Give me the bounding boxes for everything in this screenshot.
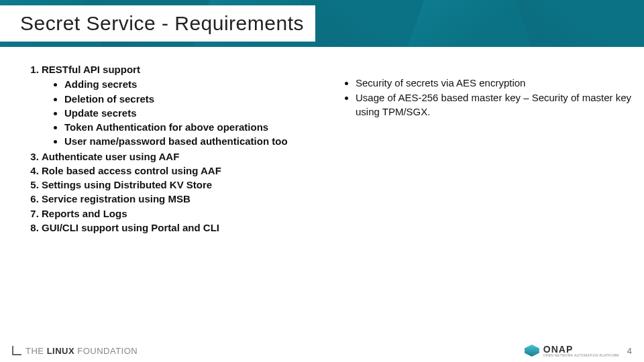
lf-the: THE <box>25 346 44 356</box>
onap-name: ONAP <box>543 345 619 354</box>
sub-list-item: Deletion of secrets <box>64 93 335 106</box>
linux-foundation-logo: THE LINUX FOUNDATION <box>12 346 138 356</box>
footer-right: ONAP OPEN NETWORK AUTOMATION PLATFORM 4 <box>525 345 632 357</box>
linux-foundation-text: THE LINUX FOUNDATION <box>25 346 138 356</box>
list-item: Role based access control using AAF <box>42 164 335 178</box>
slide-content: RESTful API support Adding secrets Delet… <box>0 47 644 235</box>
lf-suffix: FOUNDATION <box>77 346 138 356</box>
bullet-item: Security of secrets via AES encryption <box>356 76 632 90</box>
list-label: RESTful API support <box>42 64 140 75</box>
slide-title: Secret Service - Requirements <box>20 12 304 35</box>
list-item: Service registration using MSB <box>42 192 335 206</box>
sub-list-item: Update secrets <box>64 107 335 120</box>
list-item: Settings using Distributed KV Store <box>42 178 335 192</box>
slide-header: Secret Service - Requirements <box>0 0 644 47</box>
bullet-item: Usage of AES-256 based master key – Secu… <box>356 91 632 119</box>
header-pattern <box>515 0 644 47</box>
lf-name: LINUX <box>47 346 75 356</box>
numbered-list: RESTful API support Adding secrets Delet… <box>27 63 335 235</box>
list-item: Authenticate user using AAF <box>42 150 335 164</box>
list-item: Reports and Logs <box>42 207 335 221</box>
sub-list: Adding secrets Deletion of secrets Updat… <box>42 78 335 148</box>
onap-icon <box>525 345 539 357</box>
sub-list-item: Adding secrets <box>64 78 335 91</box>
sub-list-item: User name/password based authentication … <box>64 135 335 148</box>
list-item: RESTful API support Adding secrets Delet… <box>42 63 335 149</box>
page-number: 4 <box>627 346 632 356</box>
right-column: Security of secrets via AES encryption U… <box>335 63 632 235</box>
linux-foundation-icon <box>12 346 21 355</box>
title-container: Secret Service - Requirements <box>0 5 315 42</box>
onap-subtitle: OPEN NETWORK AUTOMATION PLATFORM <box>543 354 619 357</box>
left-column: RESTful API support Adding secrets Delet… <box>27 63 335 235</box>
bullet-list: Security of secrets via AES encryption U… <box>335 76 632 119</box>
slide-footer: THE LINUX FOUNDATION ONAP OPEN NETWORK A… <box>0 339 644 362</box>
list-item: GUI/CLI support using Portal and CLI <box>42 221 335 235</box>
onap-text: ONAP OPEN NETWORK AUTOMATION PLATFORM <box>543 345 619 357</box>
onap-logo: ONAP OPEN NETWORK AUTOMATION PLATFORM <box>525 345 619 357</box>
sub-list-item: Token Authentication for above operation… <box>64 121 335 134</box>
